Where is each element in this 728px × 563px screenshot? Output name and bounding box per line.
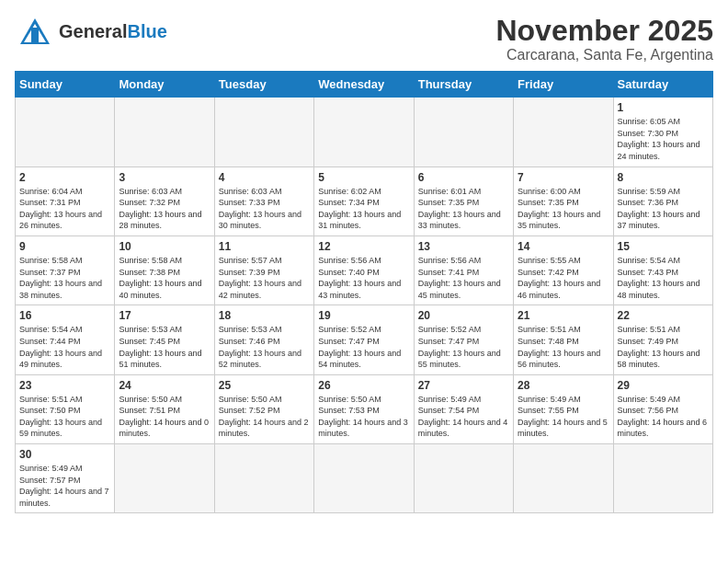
day-number: 3 <box>119 171 210 184</box>
table-row: 8Sunrise: 5:59 AMSunset: 7:36 PMDaylight… <box>613 167 712 236</box>
table-row: 28Sunrise: 5:49 AMSunset: 7:55 PMDayligh… <box>514 374 613 443</box>
table-row: 13Sunrise: 5:56 AMSunset: 7:41 PMDayligh… <box>414 236 513 304</box>
title-area: November 2025 Carcarana, Santa Fe, Argen… <box>495 15 713 63</box>
location-title: Carcarana, Santa Fe, Argentina <box>495 47 713 63</box>
day-number: 29 <box>618 379 709 392</box>
day-number: 13 <box>418 240 509 253</box>
table-row <box>314 98 414 167</box>
weekday-header-row: Sunday Monday Tuesday Wednesday Thursday… <box>16 72 713 98</box>
header-thursday: Thursday <box>414 72 513 98</box>
table-row <box>115 444 214 513</box>
day-number: 5 <box>318 171 409 184</box>
day-info: Sunrise: 5:49 AMSunset: 7:54 PMDaylight:… <box>418 394 509 440</box>
table-row <box>514 444 613 513</box>
table-row <box>514 98 613 167</box>
day-number: 8 <box>618 171 709 184</box>
day-info: Sunrise: 5:54 AMSunset: 7:43 PMDaylight:… <box>618 255 709 301</box>
day-info: Sunrise: 5:49 AMSunset: 7:56 PMDaylight:… <box>618 394 709 440</box>
day-info: Sunrise: 5:57 AMSunset: 7:39 PMDaylight:… <box>219 255 310 301</box>
table-row: 17Sunrise: 5:53 AMSunset: 7:45 PMDayligh… <box>115 305 214 374</box>
day-info: Sunrise: 5:49 AMSunset: 7:55 PMDaylight:… <box>518 394 609 440</box>
day-number: 28 <box>518 379 609 392</box>
table-row <box>314 444 414 513</box>
table-row: 2Sunrise: 6:04 AMSunset: 7:31 PMDaylight… <box>16 167 115 236</box>
day-info: Sunrise: 5:51 AMSunset: 7:49 PMDaylight:… <box>618 324 709 370</box>
table-row: 15Sunrise: 5:54 AMSunset: 7:43 PMDayligh… <box>613 236 712 304</box>
day-number: 26 <box>318 379 409 392</box>
table-row: 30Sunrise: 5:49 AMSunset: 7:57 PMDayligh… <box>16 444 115 513</box>
day-number: 10 <box>119 240 210 253</box>
day-number: 17 <box>119 309 210 322</box>
table-row <box>16 98 115 167</box>
table-row: 7Sunrise: 6:00 AMSunset: 7:35 PMDaylight… <box>514 167 613 236</box>
table-row: 10Sunrise: 5:58 AMSunset: 7:38 PMDayligh… <box>115 236 214 304</box>
day-number: 20 <box>418 309 509 322</box>
day-info: Sunrise: 5:52 AMSunset: 7:47 PMDaylight:… <box>418 324 509 370</box>
day-number: 21 <box>518 309 609 322</box>
day-info: Sunrise: 5:58 AMSunset: 7:38 PMDaylight:… <box>119 255 210 301</box>
day-info: Sunrise: 5:51 AMSunset: 7:48 PMDaylight:… <box>518 324 609 370</box>
table-row <box>414 444 513 513</box>
day-info: Sunrise: 5:50 AMSunset: 7:51 PMDaylight:… <box>119 394 210 440</box>
header-sunday: Sunday <box>16 72 115 98</box>
table-row <box>214 98 313 167</box>
day-number: 7 <box>518 171 609 184</box>
day-number: 6 <box>418 171 509 184</box>
day-info: Sunrise: 5:56 AMSunset: 7:40 PMDaylight:… <box>318 255 409 301</box>
table-row: 1Sunrise: 6:05 AMSunset: 7:30 PMDaylight… <box>613 98 712 167</box>
calendar-week-row: 1Sunrise: 6:05 AMSunset: 7:30 PMDaylight… <box>16 98 713 167</box>
calendar-week-row: 2Sunrise: 6:04 AMSunset: 7:31 PMDaylight… <box>16 167 713 236</box>
table-row: 5Sunrise: 6:02 AMSunset: 7:34 PMDaylight… <box>314 167 414 236</box>
table-row <box>115 98 214 167</box>
day-info: Sunrise: 5:50 AMSunset: 7:53 PMDaylight:… <box>318 394 409 440</box>
table-row: 3Sunrise: 6:03 AMSunset: 7:32 PMDaylight… <box>115 167 214 236</box>
day-info: Sunrise: 5:54 AMSunset: 7:44 PMDaylight:… <box>19 324 110 370</box>
day-info: Sunrise: 5:53 AMSunset: 7:46 PMDaylight:… <box>219 324 310 370</box>
table-row: 16Sunrise: 5:54 AMSunset: 7:44 PMDayligh… <box>16 305 115 374</box>
day-info: Sunrise: 6:02 AMSunset: 7:34 PMDaylight:… <box>318 186 409 232</box>
table-row: 18Sunrise: 5:53 AMSunset: 7:46 PMDayligh… <box>214 305 313 374</box>
header-friday: Friday <box>514 72 613 98</box>
day-number: 1 <box>618 101 709 114</box>
calendar-week-row: 9Sunrise: 5:58 AMSunset: 7:37 PMDaylight… <box>16 236 713 304</box>
logo-text: GeneralBlue <box>59 22 167 41</box>
table-row: 22Sunrise: 5:51 AMSunset: 7:49 PMDayligh… <box>613 305 712 374</box>
day-info: Sunrise: 5:49 AMSunset: 7:57 PMDaylight:… <box>19 463 110 509</box>
day-number: 15 <box>618 240 709 253</box>
day-info: Sunrise: 6:04 AMSunset: 7:31 PMDaylight:… <box>19 186 110 232</box>
table-row: 9Sunrise: 5:58 AMSunset: 7:37 PMDaylight… <box>16 236 115 304</box>
table-row <box>414 98 513 167</box>
day-info: Sunrise: 5:58 AMSunset: 7:37 PMDaylight:… <box>19 255 110 301</box>
table-row: 26Sunrise: 5:50 AMSunset: 7:53 PMDayligh… <box>314 374 414 443</box>
logo-icon <box>15 15 55 48</box>
day-info: Sunrise: 6:05 AMSunset: 7:30 PMDaylight:… <box>618 116 709 162</box>
day-number: 19 <box>318 309 409 322</box>
day-number: 27 <box>418 379 509 392</box>
day-info: Sunrise: 6:00 AMSunset: 7:35 PMDaylight:… <box>518 186 609 232</box>
table-row: 11Sunrise: 5:57 AMSunset: 7:39 PMDayligh… <box>214 236 313 304</box>
table-row: 27Sunrise: 5:49 AMSunset: 7:54 PMDayligh… <box>414 374 513 443</box>
day-number: 24 <box>119 379 210 392</box>
day-number: 25 <box>219 379 310 392</box>
day-info: Sunrise: 6:03 AMSunset: 7:32 PMDaylight:… <box>119 186 210 232</box>
day-number: 22 <box>618 309 709 322</box>
table-row: 19Sunrise: 5:52 AMSunset: 7:47 PMDayligh… <box>314 305 414 374</box>
day-number: 12 <box>318 240 409 253</box>
table-row: 20Sunrise: 5:52 AMSunset: 7:47 PMDayligh… <box>414 305 513 374</box>
table-row: 23Sunrise: 5:51 AMSunset: 7:50 PMDayligh… <box>16 374 115 443</box>
day-number: 4 <box>219 171 310 184</box>
day-info: Sunrise: 5:56 AMSunset: 7:41 PMDaylight:… <box>418 255 509 301</box>
calendar-table: Sunday Monday Tuesday Wednesday Thursday… <box>15 71 713 513</box>
svg-rect-2 <box>31 28 39 42</box>
day-info: Sunrise: 5:59 AMSunset: 7:36 PMDaylight:… <box>618 186 709 232</box>
month-title: November 2025 <box>495 15 713 47</box>
header-tuesday: Tuesday <box>214 72 313 98</box>
calendar-week-row: 16Sunrise: 5:54 AMSunset: 7:44 PMDayligh… <box>16 305 713 374</box>
day-number: 9 <box>19 240 110 253</box>
table-row: 21Sunrise: 5:51 AMSunset: 7:48 PMDayligh… <box>514 305 613 374</box>
day-number: 30 <box>19 448 110 461</box>
day-info: Sunrise: 6:01 AMSunset: 7:35 PMDaylight:… <box>418 186 509 232</box>
table-row: 25Sunrise: 5:50 AMSunset: 7:52 PMDayligh… <box>214 374 313 443</box>
day-number: 11 <box>219 240 310 253</box>
day-number: 2 <box>19 171 110 184</box>
